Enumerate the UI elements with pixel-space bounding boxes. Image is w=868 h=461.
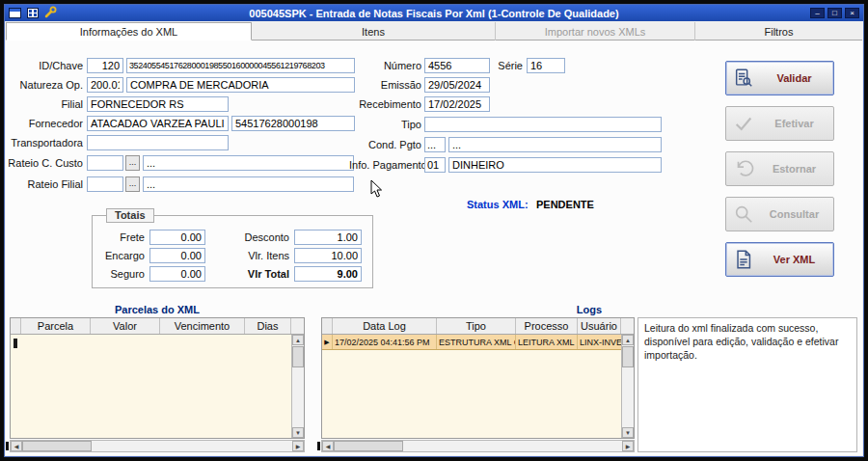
log-message-memo[interactable]: Leitura do xml finalizada com sucesso, d…: [637, 317, 857, 452]
scroll-right-icon[interactable]: ▶: [622, 441, 634, 451]
natureza-op-descricao-field[interactable]: [126, 77, 355, 93]
logs-header: Data Log Tipo Processo Usuário: [322, 318, 634, 335]
natureza-op-label: Natureza Op.: [8, 79, 83, 91]
parcelas-col-vencimento[interactable]: Vencimento: [160, 318, 245, 334]
consultar-label: Consultar: [761, 208, 833, 220]
transportadora-field[interactable]: [87, 135, 229, 150]
scroll-right-icon[interactable]: ▶: [292, 441, 304, 451]
estornar-icon: [726, 158, 761, 179]
wrench-icon[interactable]: [44, 5, 57, 22]
ver-xml-label: Ver XML: [761, 254, 833, 265]
logs-table: Data Log Tipo Processo Usuário ▶ 17/02/2…: [321, 317, 635, 439]
parcelas-hscrollbar[interactable]: ◀ ▶: [10, 440, 305, 452]
titlebar[interactable]: 005045SPK - Entrada de Notas Fiscais Por…: [5, 5, 863, 21]
vlr-total-field[interactable]: [294, 266, 362, 282]
close-button[interactable]: ×: [845, 8, 859, 18]
cond-pgto-label: Cond. Pgto: [349, 139, 421, 150]
logs-col-data-log[interactable]: Data Log: [333, 318, 437, 334]
rateio-ccusto-lookup-button[interactable]: ...: [125, 155, 140, 171]
encargo-label: Encargo: [92, 250, 145, 261]
tab-filtros[interactable]: Filtros: [695, 22, 862, 41]
efetivar-button[interactable]: Efetivar: [725, 106, 834, 141]
tab-importar-novos-xmls[interactable]: Importar novos XMLs: [496, 22, 695, 41]
logs-vscrollbar[interactable]: ▲ ▼: [621, 335, 634, 438]
parcelas-col-dias[interactable]: Dias: [245, 318, 291, 334]
scroll-up-icon[interactable]: ▲: [292, 335, 304, 345]
consultar-icon: [726, 203, 761, 225]
cond-pgto-codigo-field[interactable]: [424, 137, 446, 152]
rateio-ccusto-codigo-field[interactable]: [87, 155, 123, 171]
desconto-field[interactable]: [294, 230, 362, 245]
scroll-left-icon[interactable]: ◀: [11, 441, 22, 451]
rateio-filial-label: Rateio Filial: [8, 178, 83, 190]
parcelas-selector-header: [11, 318, 21, 334]
mouse-cursor: [370, 179, 383, 202]
ver-xml-button[interactable]: Ver XML: [725, 242, 834, 277]
record-marker: [14, 339, 17, 348]
efetivar-icon: [726, 113, 761, 134]
consultar-button[interactable]: Consultar: [725, 197, 834, 231]
window-title: 005045SPK - Entrada de Notas Fiscais Por…: [5, 8, 863, 19]
logs-vscroll-thumb[interactable]: [622, 346, 634, 367]
minimize-button[interactable]: –: [810, 8, 825, 18]
estornar-button[interactable]: Estornar: [725, 151, 834, 186]
log-data-log: 17/02/2025 04:41:56 PM: [333, 335, 437, 349]
apps-grid-icon[interactable]: [27, 5, 39, 22]
logs-col-usuario[interactable]: Usuário: [578, 318, 621, 334]
natureza-op-codigo-field[interactable]: [87, 77, 123, 93]
logs-col-tipo[interactable]: Tipo: [437, 318, 516, 334]
log-row[interactable]: ▶ 17/02/2025 04:41:56 PM ESTRUTURA XML C…: [322, 335, 634, 350]
tab-itens[interactable]: Itens: [252, 22, 496, 41]
validar-button[interactable]: Validar: [725, 61, 834, 95]
parcelas-col-parcela[interactable]: Parcela: [21, 318, 91, 334]
vlr-itens-field[interactable]: [294, 248, 362, 263]
scroll-left-icon[interactable]: ◀: [322, 441, 334, 451]
fornecedor-label: Fornecedor: [8, 118, 83, 129]
parcelas-hscroll-thumb[interactable]: [22, 441, 92, 451]
cond-pgto-descricao-field[interactable]: [448, 137, 662, 152]
scroll-down-icon[interactable]: ▼: [292, 427, 304, 438]
tab-informacoes-xml[interactable]: Informações do XML: [6, 22, 252, 41]
transportadora-label: Transportadora: [8, 137, 83, 149]
scroll-up-icon[interactable]: ▲: [622, 335, 634, 345]
parcelas-vscroll-thumb[interactable]: [292, 346, 304, 367]
serie-field[interactable]: [527, 58, 565, 73]
logs-col-processo[interactable]: Processo: [516, 318, 578, 334]
status-xml-label: Status XML:: [467, 199, 529, 210]
info-pagamento-codigo-field[interactable]: [424, 157, 446, 173]
logs-hscrollbar[interactable]: ◀ ▶: [321, 440, 635, 452]
serie-label: Série: [494, 60, 523, 71]
recebimento-field[interactable]: [424, 96, 490, 112]
numero-field[interactable]: [424, 58, 490, 73]
logs-hscroll-thumb[interactable]: [334, 441, 403, 451]
filial-field[interactable]: [87, 96, 229, 112]
seguro-field[interactable]: [149, 266, 205, 282]
rateio-ccusto-descricao-field[interactable]: [143, 155, 354, 171]
id-field[interactable]: [87, 58, 123, 73]
parcelas-header: Parcela Valor Vencimento Dias: [11, 318, 304, 335]
fornecedor-cnpj-field[interactable]: [231, 116, 355, 131]
info-pagamento-descricao-field[interactable]: [448, 157, 662, 173]
tipo-field[interactable]: [424, 117, 662, 132]
scroll-down-icon[interactable]: ▼: [622, 427, 634, 438]
encargo-field[interactable]: [149, 248, 205, 263]
rateio-filial-lookup-button[interactable]: ...: [125, 176, 140, 192]
frete-field[interactable]: [149, 230, 205, 245]
rateio-filial-descricao-field[interactable]: [143, 176, 354, 192]
logs-selector-header: [322, 318, 333, 334]
vlr-total-label: Vlr Total: [231, 268, 289, 280]
recebimento-label: Recebimento: [349, 98, 421, 110]
fornecedor-nome-field[interactable]: [87, 116, 229, 131]
validar-label: Validar: [761, 72, 833, 84]
record-nav-tick: [6, 442, 9, 450]
totais-legend: Totais: [106, 208, 154, 223]
parcelas-vscrollbar[interactable]: ▲ ▼: [291, 335, 304, 438]
estornar-label: Estornar: [761, 163, 833, 175]
chave-field[interactable]: [126, 58, 355, 73]
vlr-itens-label: Vlr. Itens: [231, 250, 289, 261]
parcelas-col-valor[interactable]: Valor: [91, 318, 160, 334]
emissao-field[interactable]: [424, 77, 490, 93]
info-pagamento-label: Info. Pagamento: [349, 159, 421, 171]
maximize-button[interactable]: □: [827, 8, 842, 18]
rateio-filial-codigo-field[interactable]: [87, 176, 123, 192]
